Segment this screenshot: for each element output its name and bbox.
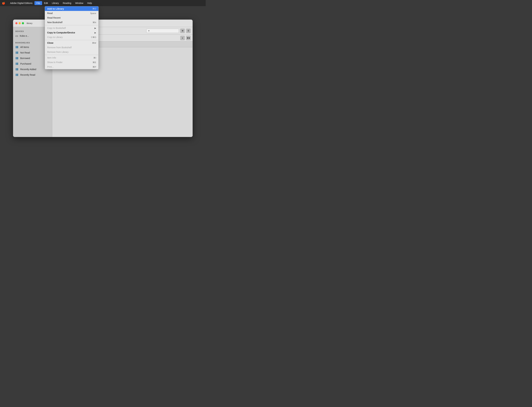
- menu-item-label: Close: [47, 42, 53, 44]
- app-window: library Devices ▭ Kobo e... Bookshelves …: [13, 20, 193, 137]
- menu-item-read-recent[interactable]: Read Recent: [45, 16, 98, 20]
- svg-rect-10: [16, 63, 17, 65]
- purchased-label: Purchased: [20, 63, 31, 65]
- menu-item-label: Item Info: [47, 56, 56, 59]
- menu-item-print: Print...⌘P: [45, 65, 98, 69]
- list-view-button[interactable]: ☰: [186, 29, 191, 33]
- svg-rect-15: [16, 74, 16, 76]
- menu-item-show-in-finder: Show In Finder⌘E: [45, 60, 98, 65]
- menubar-file[interactable]: File: [34, 1, 42, 5]
- menu-separator: [45, 40, 98, 40]
- menu-item-label: Remove from Library: [47, 51, 69, 53]
- svg-rect-6: [16, 57, 16, 59]
- settings-gear-icon: ⚙▾: [187, 37, 190, 39]
- menu-item-label: Copy to Library: [47, 36, 63, 39]
- svg-rect-9: [16, 63, 16, 65]
- recently-added-label: Recently Added: [20, 68, 36, 70]
- svg-rect-2: [17, 46, 18, 48]
- grid-view-icon: ⊞: [182, 30, 183, 32]
- kobo-device-label: Kobo e...: [20, 35, 29, 37]
- menubar-library[interactable]: Library: [50, 1, 61, 5]
- sort-dropdown[interactable]: ▾: [146, 29, 179, 33]
- close-button[interactable]: [15, 22, 17, 24]
- svg-rect-0: [16, 46, 16, 48]
- recently-read-icon: [15, 73, 19, 77]
- apple-menu-icon[interactable]: 🍎: [2, 2, 5, 5]
- window-body: Devices ▭ Kobo e... Bookshelves All Item…: [13, 27, 193, 137]
- fullscreen-button[interactable]: [22, 22, 24, 24]
- menubar-window[interactable]: Window: [73, 1, 85, 5]
- all-items-icon: [15, 46, 19, 49]
- svg-rect-8: [17, 57, 18, 59]
- recently-added-icon: [15, 68, 19, 71]
- svg-rect-12: [16, 68, 16, 70]
- svg-rect-11: [17, 63, 18, 65]
- add-button[interactable]: +: [180, 36, 185, 40]
- menu-item-shortcut: ⌘E: [93, 61, 96, 63]
- menu-item-new-bookshelf[interactable]: New Bookshelf⌘N: [45, 20, 98, 25]
- add-icon: +: [182, 37, 183, 39]
- menu-item-label: New Bookshelf: [47, 21, 62, 24]
- menu-item-shortcut: ⇧⌘O: [91, 36, 96, 39]
- svg-rect-3: [16, 52, 16, 54]
- purchased-icon: [15, 62, 19, 65]
- menubar: 🍎 Adobe Digital Editions File Edit Libra…: [0, 0, 206, 6]
- menu-item-read[interactable]: ReadSpace: [45, 11, 98, 16]
- menu-item-label: Copy to Bookshelf: [47, 27, 66, 29]
- svg-rect-1: [16, 46, 17, 48]
- svg-rect-17: [17, 74, 18, 76]
- menu-item-label: Remove from Bookshelf: [47, 46, 72, 49]
- window-title: library: [27, 22, 32, 24]
- menu-item-shortcut: ▶: [95, 27, 96, 29]
- menubar-help[interactable]: Help: [85, 1, 94, 5]
- file-dropdown-menu: Add to Library⌘OReadSpaceRead RecentNew …: [45, 6, 99, 69]
- grid-view-button[interactable]: ⊞: [180, 29, 185, 33]
- menu-item-close[interactable]: Close⌘W: [45, 41, 98, 45]
- svg-rect-13: [16, 68, 17, 70]
- menu-item-shortcut: ⌘O: [92, 8, 96, 10]
- list-view-icon: ☰: [188, 30, 189, 32]
- menu-item-label: Add to Library: [47, 7, 64, 10]
- svg-rect-4: [16, 52, 17, 54]
- menu-item-shortcut: ⌘W: [92, 42, 96, 44]
- svg-rect-14: [17, 68, 18, 70]
- menu-item-label: Read: [47, 12, 53, 15]
- menu-item-copy-to-library: Copy to Library⇧⌘O: [45, 35, 98, 39]
- menu-item-add-to-library[interactable]: Add to Library⌘O: [45, 6, 98, 11]
- menubar-app-name[interactable]: Adobe Digital Editions: [8, 1, 34, 5]
- menu-item-label: Read Recent: [47, 16, 61, 19]
- sidebar-item-recently-read[interactable]: Recently Read: [13, 72, 52, 78]
- svg-rect-16: [16, 74, 17, 76]
- all-items-label: All Items: [20, 46, 29, 48]
- traffic-lights: [15, 22, 24, 24]
- borrowed-icon: [15, 57, 19, 60]
- kobo-device-icon: ▭: [15, 34, 18, 38]
- menu-separator: [45, 55, 98, 55]
- menu-item-copy-to-bookshelf: Copy to Bookshelf▶: [45, 26, 98, 30]
- borrowed-label: Borrowed: [20, 57, 30, 60]
- dropdown-chevron-icon: ▾: [148, 30, 149, 32]
- menu-item-remove-from-bookshelf: Remove from Bookshelf: [45, 45, 98, 50]
- window-titlebar: library: [13, 20, 193, 27]
- not-read-icon: [15, 51, 19, 54]
- minimize-button[interactable]: [19, 22, 21, 24]
- menubar-reading[interactable]: Reading: [61, 1, 73, 5]
- menu-item-shortcut: ⌘P: [93, 66, 96, 68]
- settings-button[interactable]: ⚙▾: [186, 36, 191, 40]
- menu-item-label: Show In Finder: [47, 61, 63, 63]
- menubar-edit[interactable]: Edit: [42, 1, 50, 5]
- svg-rect-5: [17, 52, 18, 54]
- not-read-label: Not Read: [20, 51, 30, 54]
- menu-item-shortcut: ⌘I: [93, 57, 96, 59]
- svg-rect-7: [16, 57, 17, 59]
- menu-item-item-info: Item Info⌘I: [45, 55, 98, 60]
- menu-item-label: Print...: [47, 66, 54, 68]
- menu-item-remove-from-library: Remove from Library: [45, 50, 98, 54]
- menu-item-copy-to-computerdevice[interactable]: Copy to Computer/Device▶: [45, 30, 98, 35]
- menu-item-shortcut: Space: [90, 12, 96, 15]
- menu-item-shortcut: ⌘N: [93, 21, 96, 24]
- menu-item-label: Copy to Computer/Device: [47, 31, 75, 34]
- menu-item-shortcut: ▶: [95, 31, 96, 34]
- recently-read-label: Recently Read: [20, 74, 35, 76]
